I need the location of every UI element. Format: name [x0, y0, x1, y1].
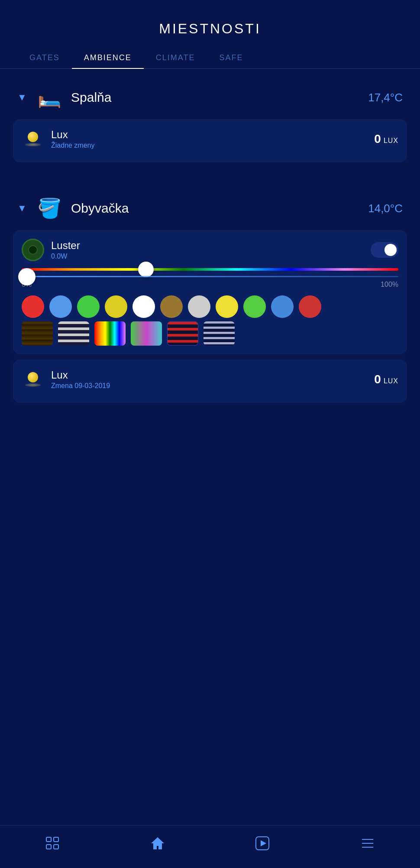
- brightness-knob[interactable]: [18, 268, 36, 285]
- room-obyvacka-name: Obyvačka: [71, 201, 359, 216]
- device-luster-obyvacka: Luster 0.0W 0% 100%: [13, 230, 407, 354]
- tab-safe[interactable]: SAFE: [207, 47, 255, 68]
- luster-icon: [22, 239, 44, 261]
- tab-bar: GATES AMBIENCE CLIMATE SAFE: [0, 47, 420, 69]
- device-lux-obyvacka: Lux Zmena 09-03-2019 0 LUX: [13, 360, 407, 403]
- lux-spalna-icon: [22, 128, 44, 150]
- svg-rect-3: [54, 845, 58, 849]
- room-obyvacka-temp: 14,0°C: [368, 202, 403, 215]
- svg-marker-5: [261, 840, 266, 846]
- pattern-dark-stripes[interactable]: [204, 321, 235, 346]
- lux-spalna-value: 0 LUX: [374, 132, 398, 146]
- swatch-red[interactable]: [22, 295, 44, 318]
- swatch-gold[interactable]: [160, 295, 183, 318]
- nav-menu[interactable]: [355, 832, 381, 854]
- device-lux-spalna: Lux Žiadne zmeny 0 LUX: [13, 119, 407, 162]
- chevron-obyvacka[interactable]: ▼: [17, 203, 28, 214]
- room-spalna-temp: 17,4°C: [368, 91, 403, 104]
- brightness-labels: 0% 100%: [22, 281, 398, 288]
- main-content: ▼ 🛏️ Spalňa 17,4°C Lux Žiadne zmeny 0 LU…: [0, 69, 420, 483]
- nav-grid[interactable]: [39, 832, 65, 854]
- lux-obyvacka-info: Lux Zmena 09-03-2019: [51, 369, 367, 390]
- lux-obyvacka-base: [25, 383, 41, 387]
- pattern-purple-pink[interactable]: [131, 321, 162, 346]
- nav-home[interactable]: [145, 832, 171, 854]
- svg-rect-1: [54, 837, 58, 842]
- swatch-blue[interactable]: [49, 295, 72, 318]
- swatch-light-gray[interactable]: [188, 295, 210, 318]
- tab-gates[interactable]: GATES: [17, 47, 72, 68]
- lux-spalna-subtitle: Žiadne zmeny: [51, 142, 367, 149]
- page-title: MIESTNOSTI: [0, 21, 420, 37]
- room-spalna: ▼ 🛏️ Spalňa 17,4°C Lux Žiadne zmeny 0 LU…: [13, 78, 407, 164]
- pattern-swatches: [22, 321, 398, 346]
- brightness-slider-container: 0% 100%: [22, 276, 398, 288]
- device-lux-obyvacka-row: Lux Zmena 09-03-2019 0 LUX: [22, 368, 398, 391]
- bottom-nav: [0, 825, 420, 868]
- pattern-bw-stripes[interactable]: [58, 321, 89, 346]
- chevron-spalna[interactable]: ▼: [17, 92, 28, 103]
- color-slider-knob[interactable]: [138, 262, 154, 277]
- pattern-rainbow[interactable]: [94, 321, 126, 346]
- svg-rect-0: [46, 837, 51, 842]
- swatch-green[interactable]: [77, 295, 100, 318]
- swatch-lime[interactable]: [243, 295, 266, 318]
- device-lux-spalna-row: Lux Žiadne zmeny 0 LUX: [22, 128, 398, 150]
- luster-toggle[interactable]: [371, 242, 398, 258]
- pattern-red-black[interactable]: [167, 321, 198, 346]
- device-luster-row: Luster 0.0W: [22, 239, 398, 261]
- room-spalna-icon: 🛏️: [36, 84, 62, 110]
- room-obyvacka-header: ▼ 🪣 Obyvačka 14,0°C: [13, 188, 407, 228]
- luster-info: Luster 0.0W: [51, 240, 364, 260]
- room-spalna-name: Spalňa: [71, 90, 359, 105]
- lux-spalna-info: Lux Žiadne zmeny: [51, 129, 367, 149]
- rainbow-slider[interactable]: [22, 268, 398, 271]
- lux-spalna-name: Lux: [51, 129, 367, 141]
- lux-ball: [28, 132, 38, 142]
- lux-base: [25, 143, 41, 146]
- swatch-sky-blue[interactable]: [271, 295, 294, 318]
- pattern-wood[interactable]: [22, 321, 53, 346]
- swatch-yellow[interactable]: [105, 295, 127, 318]
- swatch-bright-yellow[interactable]: [216, 295, 238, 318]
- tab-climate[interactable]: CLIMATE: [144, 47, 207, 68]
- brightness-max: 100%: [381, 281, 398, 288]
- swatch-dark-red[interactable]: [299, 295, 321, 318]
- luster-name: Luster: [51, 240, 364, 252]
- color-swatches: [22, 295, 398, 318]
- header: MIESTNOSTI: [0, 0, 420, 47]
- toggle-knob: [384, 244, 397, 256]
- lux-obyvacka-name: Lux: [51, 369, 367, 381]
- room-obyvacka-icon: 🪣: [36, 195, 62, 221]
- lux-obyvacka-value: 0 LUX: [374, 372, 398, 386]
- nav-play[interactable]: [249, 832, 275, 854]
- swatch-white[interactable]: [132, 295, 155, 318]
- luster-subtitle: 0.0W: [51, 253, 364, 260]
- room-spalna-header: ▼ 🛏️ Spalňa 17,4°C: [13, 78, 407, 117]
- brightness-track[interactable]: [22, 276, 398, 277]
- svg-rect-2: [46, 845, 51, 849]
- lux-obyvacka-ball: [28, 372, 38, 382]
- lux-obyvacka-subtitle: Zmena 09-03-2019: [51, 382, 367, 390]
- color-slider-container: [22, 268, 398, 271]
- tab-ambience[interactable]: AMBIENCE: [72, 47, 144, 68]
- lux-obyvacka-icon: [22, 368, 44, 391]
- room-obyvacka: ▼ 🪣 Obyvačka 14,0°C Luster 0.0W: [13, 188, 407, 405]
